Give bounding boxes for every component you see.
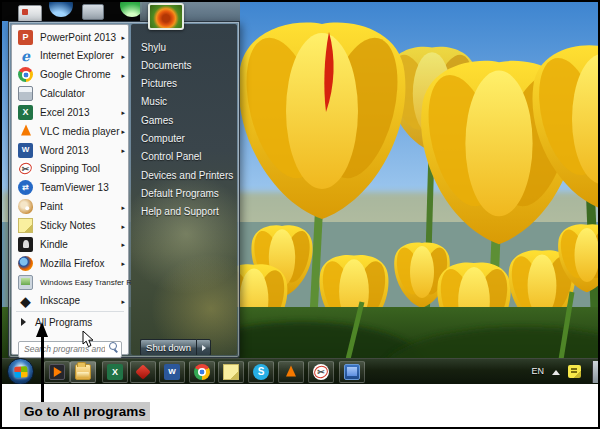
right-item-pictures[interactable]: Pictures [131,75,237,93]
window-icon[interactable] [82,4,104,20]
menu-item-label: Google Chrome [40,69,111,80]
menu-item-label: Kindle [40,239,68,250]
taskbar-icon-sticky-notes[interactable] [218,361,244,383]
tray-expand-icon[interactable] [552,370,560,375]
all-programs-item[interactable]: All Programs [12,314,128,330]
taskbar-icon-skype[interactable] [248,361,274,383]
right-item-music[interactable]: Music [131,93,237,111]
taskbar-icon-vlc[interactable] [278,361,304,383]
right-item-computer[interactable]: Computer [131,130,237,148]
right-item-label: Control Panel [141,151,202,162]
snipping-tool-icon [313,364,329,380]
taskbar-icon-chrome[interactable] [189,361,215,383]
firefox-icon [18,256,33,271]
shutdown-control: Shut down [140,339,211,355]
shutdown-arrow-icon [202,345,206,351]
submenu-arrow-icon: ▸ [121,52,125,59]
menu-item-calculator[interactable]: Calculator [12,85,128,103]
menu-item-internet-explorer[interactable]: Internet Explorer▸ [12,47,128,65]
calculator-icon [18,86,33,101]
chrome-icon [194,364,210,380]
word-icon [164,364,180,380]
search-box [18,338,122,355]
menu-item-vlc[interactable]: VLC media player▸ [12,122,128,140]
menu-item-snipping-tool[interactable]: Snipping Tool [12,160,128,178]
teamviewer-desktop-icon[interactable] [120,2,142,17]
show-desktop-button[interactable] [592,361,598,383]
inkscape-icon [18,293,33,308]
menu-item-easy-transfer[interactable]: Windows Easy Transfer Reports [12,273,128,291]
right-item-user[interactable]: Shylu [131,38,237,56]
submenu-arrow-icon: ▸ [121,222,125,229]
taskbar-icon-word[interactable] [159,361,185,383]
display-settings-icon [344,364,360,380]
menu-item-inkscape[interactable]: Inkscape▸ [12,292,128,310]
user-picture[interactable] [148,3,184,30]
right-item-label: Help and Support [141,206,219,217]
right-item-label: Documents [141,60,192,71]
menu-item-label: Inkscape [40,295,80,306]
skype-icon [253,364,269,380]
submenu-arrow-icon: ▸ [121,241,125,248]
all-programs-arrow-icon [21,318,26,326]
word-icon [18,143,33,158]
menu-item-teamviewer[interactable]: TeamViewer 13 [12,179,128,197]
easy-transfer-icon [18,275,33,290]
sticky-notes-icon [18,218,33,233]
globe-icon[interactable] [49,2,73,17]
menu-item-firefox[interactable]: Mozilla Firefox▸ [12,254,128,272]
powerpoint-icon [18,30,33,45]
submenu-arrow-icon: ▸ [121,297,125,304]
taskbar-icon-display-settings[interactable] [339,361,365,383]
shutdown-button[interactable]: Shut down [140,339,196,355]
submenu-arrow-icon: ▸ [121,34,125,41]
snipping-tool-icon [18,161,33,176]
vlc-icon [283,364,299,380]
search-input[interactable] [18,341,122,358]
language-indicator[interactable]: EN [531,366,544,376]
menu-item-label: PowerPoint 2013 [40,32,116,43]
search-icon [109,342,118,351]
right-item-default-programs[interactable]: Default Programs [131,184,237,202]
taskbar-icon-excel[interactable] [102,361,128,383]
right-item-control-panel[interactable]: Control Panel [131,148,237,166]
right-item-documents[interactable]: Documents [131,56,237,74]
submenu-arrow-icon: ▸ [121,128,125,135]
menu-item-excel[interactable]: Excel 2013▸ [12,103,128,121]
menu-item-google-chrome[interactable]: Google Chrome▸ [12,66,128,84]
right-item-help-support[interactable]: Help and Support [131,203,237,221]
start-button[interactable] [7,358,34,384]
right-item-label: Games [141,115,173,126]
start-menu: PowerPoint 2013▸ Internet Explorer▸ Goog… [8,21,240,358]
media-player-icon [49,364,65,380]
menu-item-label: Internet Explorer [40,50,114,61]
internet-explorer-icon [18,48,33,63]
sticky-notes-icon [223,364,239,380]
menu-item-powerpoint[interactable]: PowerPoint 2013▸ [12,28,128,46]
menu-item-paint[interactable]: Paint▸ [12,198,128,216]
menu-item-label: Sticky Notes [40,220,96,231]
teamviewer-icon [18,180,33,195]
right-item-label: Computer [141,133,185,144]
submenu-arrow-icon: ▸ [121,203,125,210]
right-item-label: Devices and Printers [141,170,233,181]
notes-tray-icon[interactable] [568,365,581,378]
taskbar-icon-snipping-tool[interactable] [308,361,334,383]
menu-item-word[interactable]: Word 2013▸ [12,141,128,159]
menu-item-sticky-notes[interactable]: Sticky Notes▸ [12,217,128,235]
right-item-devices-printers[interactable]: Devices and Printers [131,166,237,184]
menu-item-kindle[interactable]: Kindle▸ [12,235,128,253]
taskbar-icon-red-diamond-app[interactable] [130,361,156,383]
menu-item-label: Excel 2013 [40,107,89,118]
annotation-arrowhead [36,322,48,337]
shutdown-options-button[interactable] [196,339,211,355]
menu-item-label: Mozilla Firefox [40,258,104,269]
taskbar-icon-media-player[interactable] [44,361,70,383]
taskbar-icon-explorer[interactable] [70,361,96,383]
menu-item-label: Word 2013 [40,145,89,156]
file-icon[interactable] [18,5,42,21]
folder-icon [75,364,91,380]
desktop: PowerPoint 2013▸ Internet Explorer▸ Goog… [2,2,598,384]
right-item-games[interactable]: Games [131,111,237,129]
start-menu-left-panel: PowerPoint 2013▸ Internet Explorer▸ Goog… [11,24,129,355]
